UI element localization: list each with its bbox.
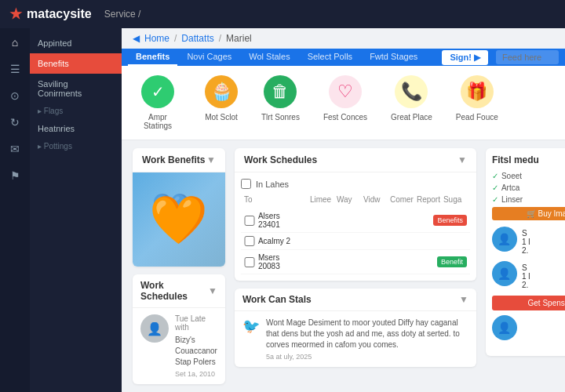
breadcrumb-dattatts[interactable]: Dattatts [181, 33, 213, 44]
buy-imac-button[interactable]: 🛒 Buy Imac [492, 207, 565, 220]
twitter-icon: 🐦 [242, 318, 260, 361]
col-limee: Limee [310, 195, 334, 204]
two-col-layout: Work Benefits ▼ 💙 🧡 Work Schedules ▼ [122, 140, 565, 392]
row-name-1: Acalmy 2 [258, 237, 467, 245]
sidebar-item-flags[interactable]: ▸ Flags [30, 103, 122, 118]
work-benefits-header: Work Benefits ▼ [133, 148, 225, 172]
schedule-cols: To Limee Way Vidw Comer Report Suga [241, 195, 470, 204]
work-can-stals-card: Work Can Stals ▼ 🐦 Wont Mage Desiment to… [235, 289, 476, 367]
table-row: Acalmy 2 [241, 233, 470, 250]
sidebar-item-pottings[interactable]: ▸ Pottings [30, 139, 122, 154]
search-input[interactable] [496, 50, 559, 64]
icon-great-place[interactable]: 📞 Great Place [391, 75, 432, 130]
icon-label-4: Great Place [391, 113, 432, 122]
icon-mot-sclot[interactable]: 🧁 Mot Sclot [205, 75, 238, 130]
schedule-filter: In Lahes [241, 179, 470, 189]
work-benefits-chevron[interactable]: ▼ [206, 154, 216, 165]
benefits-image: 💙 🧡 [133, 172, 225, 267]
trash-icon: 🗑 [264, 75, 297, 108]
row-badge-0: Benefits [433, 215, 467, 226]
filter-checkbox[interactable] [241, 179, 251, 189]
flag-icon[interactable]: ⚑ [10, 169, 20, 182]
work-schedules-card: Work Schedules ▼ In Lahes To Limee Way V… [235, 148, 476, 281]
icon-ampr-statings[interactable]: ✓ Ampr Statings [134, 75, 181, 130]
main-layout: ⌂ ☰ ⊙ ↻ ✉ ⚑ Appinted Benefits SavilingCo… [0, 28, 565, 392]
check-icon-2: ✓ [492, 195, 498, 204]
icon-fest-conces[interactable]: ♡ Fest Conces [323, 75, 367, 130]
table-row: Msers20083 Benefit [241, 250, 470, 274]
row-name-0: Alsers23401 [258, 212, 430, 229]
signin-button[interactable]: Sign! ▶ [442, 50, 488, 65]
tweet-content: Wont Mage Desiment to moor youted Diffy … [266, 318, 468, 361]
icon-label-3: Fest Conces [323, 113, 367, 122]
get-sponsor-button[interactable]: Get Spensir [492, 296, 565, 310]
right-extra-panel: Fitsl medu ✓ Soeet ✓ Artca ✓ Linser 🛒 Bu… [486, 148, 565, 384]
work-schedules-title: Work Schedules [244, 154, 317, 165]
col-vidw: Vidw [363, 195, 387, 204]
col-comer: Comer [390, 195, 414, 204]
phone-icon: 📞 [395, 75, 428, 108]
app-name: matacysite [27, 7, 92, 21]
sidebar-item-saviling[interactable]: SavilingConirments [30, 74, 122, 103]
sidebar: ⌂ ☰ ⊙ ↻ ✉ ⚑ Appinted Benefits SavilingCo… [0, 28, 122, 392]
work-schedules-bottom-card: Work Schedules ▼ 👤 Tue Late with Bizy's … [133, 274, 225, 384]
icon-tlrt-sonres[interactable]: 🗑 Tlrt Sonres [261, 75, 300, 130]
work-can-stals-header: Work Can Stals ▼ [235, 289, 476, 311]
check-label-2: Linser [501, 195, 523, 204]
right-user-row-2: 👤 S1 l2. [492, 261, 565, 291]
schedule-table: In Lahes To Limee Way Vidw Comer Report … [235, 172, 476, 281]
icon-pead-fouce[interactable]: 🎁 Pead Fouce [456, 75, 498, 130]
back-icon[interactable]: ◀ [133, 33, 140, 44]
cake-icon: 🧁 [205, 75, 238, 108]
col-right: Work Schedules ▼ In Lahes To Limee Way V… [235, 148, 476, 384]
breadcrumb-sep1: / [174, 33, 177, 44]
work-schedules-bottom-header: Work Schedules ▼ [133, 274, 225, 308]
menu-icon[interactable]: ☰ [10, 63, 20, 75]
work-schedules-person: Bizy's Couaccanor Stap Polers [175, 335, 217, 368]
tab-novi-cages[interactable]: Novi Cages [179, 49, 239, 66]
tab-wol-stales[interactable]: Wol Stales [241, 49, 297, 66]
tweet-meta: 5a at uly, 2025 [266, 353, 468, 361]
sidebar-item-appinted[interactable]: Appinted [30, 33, 122, 53]
schedules-chevron[interactable]: ▼ [457, 154, 467, 165]
person-avatar: 👤 [140, 314, 169, 343]
star-icon: ★ [9, 5, 22, 23]
row-checkbox-2[interactable] [244, 257, 255, 267]
icon-label-2: Tlrt Sonres [261, 113, 300, 122]
work-schedules-bottom-chevron[interactable]: ▼ [208, 285, 217, 296]
tab-benefits[interactable]: Benefits [128, 49, 177, 66]
right-avatar-1: 👤 [492, 227, 517, 252]
right-user-text-2: S1 l2. [522, 263, 530, 289]
row-checkbox-0[interactable] [244, 216, 255, 226]
tab-select-polls[interactable]: Select Polls [300, 49, 360, 66]
breadcrumb-mariel[interactable]: Mariel [226, 33, 252, 44]
check-item-1: ✓ Artca [492, 183, 565, 192]
work-schedules-bottom-content: 👤 Tue Late with Bizy's Couaccanor Stap P… [133, 308, 225, 384]
work-benefits-card: Work Benefits ▼ 💙 🧡 [133, 148, 225, 267]
work-can-stals-content: 🐦 Wont Mage Desiment to moor youted Diff… [235, 311, 476, 367]
icon-label-1: Mot Sclot [205, 113, 238, 122]
topbar: ★ matacysite Service / [0, 0, 565, 28]
work-can-stals-chevron[interactable]: ▼ [459, 294, 468, 305]
row-checkbox-1[interactable] [244, 236, 255, 246]
col-suga: Suga [443, 195, 467, 204]
breadcrumb-home[interactable]: Home [144, 33, 170, 44]
app-logo[interactable]: ★ matacysite [9, 5, 92, 23]
circle-icon[interactable]: ⊙ [10, 89, 20, 102]
right-user-row-1: 👤 S1 l2. [492, 227, 565, 256]
right-avatar-3: 👤 [492, 315, 517, 340]
sidebar-item-benefits[interactable]: Benefits [30, 53, 122, 74]
home-icon[interactable]: ⌂ [12, 36, 18, 49]
tab-fwtd-stages[interactable]: Fwtd Stages [362, 49, 425, 66]
check-icon-0: ✓ [492, 172, 498, 180]
tweet-text: Wont Mage Desiment to moor youted Diffy … [266, 318, 468, 350]
sidebar-item-heatnries[interactable]: Heatnries [30, 118, 122, 139]
refresh-icon[interactable]: ↻ [10, 116, 20, 129]
work-schedules-date-prefix: Tue Late with [175, 314, 217, 332]
work-schedules-bottom-title: Work Schedules [140, 280, 208, 302]
col-left: Work Benefits ▼ 💙 🧡 Work Schedules ▼ [133, 148, 225, 384]
mail-icon[interactable]: ✉ [10, 143, 20, 155]
row-name-2: Msers20083 [258, 253, 434, 270]
work-schedules-text: Tue Late with Bizy's Couaccanor Stap Pol… [175, 314, 217, 378]
tab-bar: Benefits Novi Cages Wol Stales Select Po… [122, 49, 565, 66]
